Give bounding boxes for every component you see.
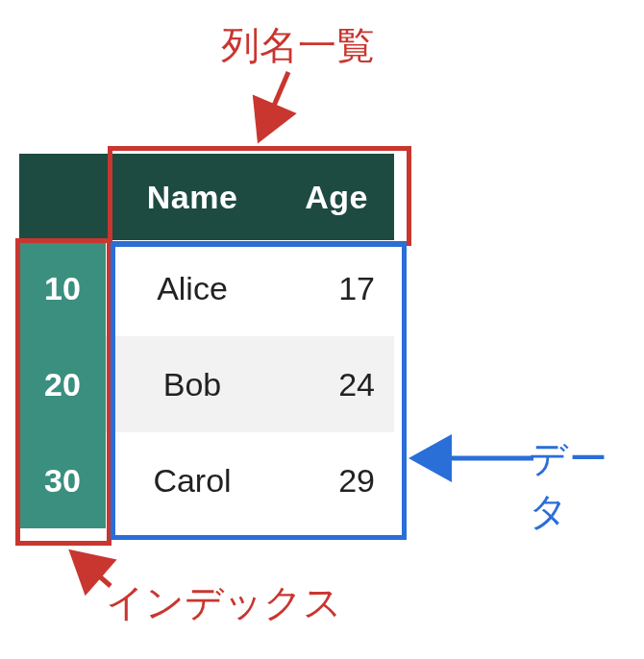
column-header-name: Name [106,154,279,240]
data-cell-age: 17 [279,240,394,336]
label-columns: 列名一覧 [221,19,375,72]
table-row: 20 Bob 24 [19,336,394,432]
label-data: データ [529,432,644,538]
table: Name Age 10 Alice 17 20 Bob 24 30 Carol … [19,154,394,528]
column-header-age: Age [279,154,394,240]
data-cell-age: 24 [279,336,394,432]
data-cell-age: 29 [279,432,394,528]
dataframe-table: Name Age 10 Alice 17 20 Bob 24 30 Carol … [19,154,394,528]
index-cell: 20 [19,336,106,432]
data-cell-name: Carol [106,432,279,528]
data-cell-name: Alice [106,240,279,336]
data-cell-name: Bob [106,336,279,432]
index-cell: 10 [19,240,106,336]
index-cell: 30 [19,432,106,528]
dataframe-anatomy-diagram: Name Age 10 Alice 17 20 Bob 24 30 Carol … [0,0,644,659]
table-row: 30 Carol 29 [19,432,394,528]
corner-cell [19,154,106,240]
label-index: インデックス [106,576,342,629]
header-row: Name Age [19,154,394,240]
table-row: 10 Alice 17 [19,240,394,336]
